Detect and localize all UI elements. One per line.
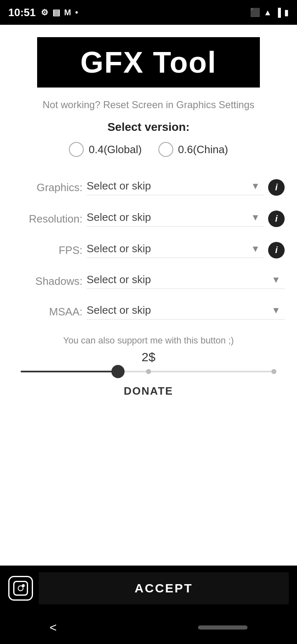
instagram-inner [13,581,28,596]
instagram-dot [22,584,25,587]
donate-section: You can also support me with this button… [12,335,285,410]
slider-track [21,371,276,372]
version-options: 0.4(Global) 0.6(China) [69,142,228,157]
radio-global[interactable]: 0.4(Global) [69,142,142,157]
instagram-icon[interactable] [8,576,33,601]
donate-button-container: DONATE [12,381,285,402]
settings-container: Graphics: Select or skip ▼ i Resolution:… [12,172,285,327]
radio-china-label: 0.6(China) [178,143,228,156]
fps-chevron-icon: ▼ [251,244,260,254]
bottom-bar: ACCEPT [0,566,297,611]
graphics-label: Graphics: [12,181,82,194]
status-bar: 10:51 ⚙ ▤ M • ⬛ ▲ ▐ ▮ [0,0,297,25]
msaa-label: MSAA: [12,305,82,318]
graphics-info-icon[interactable]: i [268,179,285,196]
resolution-info-icon[interactable]: i [268,211,285,227]
donate-button[interactable]: DONATE [116,381,182,402]
app-title: GFX Tool [54,45,243,79]
msaa-value: Select or skip [87,304,271,317]
message-icon: ▤ [52,7,60,17]
slider-tick-mid [146,369,151,374]
fps-row: FPS: Select or skip ▼ i [12,234,285,266]
radio-china[interactable]: 0.6(China) [158,142,228,157]
donate-subtitle: You can also support me with this button… [12,335,285,346]
msaa-chevron-icon: ▼ [271,305,280,316]
nav-bar: < [0,611,297,644]
gear-icon: ⚙ [41,7,48,17]
resolution-dropdown[interactable]: Select or skip ▼ [87,211,264,227]
dot-icon: • [75,8,78,17]
signal-icon: ▐ [275,8,281,17]
battery-icon: ▮ [284,7,289,17]
fps-label: FPS: [12,244,82,257]
radio-global-circle [69,142,84,157]
shadows-value: Select or skip [87,273,271,286]
fps-dropdown[interactable]: Select or skip ▼ [87,242,264,258]
resolution-chevron-icon: ▼ [251,212,260,223]
resolution-label: Resolution: [12,213,82,225]
radio-china-circle [158,142,173,157]
donate-amount: 2$ [12,350,285,364]
slider-tick-end [271,369,276,374]
back-button[interactable]: < [50,620,57,635]
resolution-row: Resolution: Select or skip ▼ i [12,203,285,234]
graphics-dropdown[interactable]: Select or skip ▼ [87,180,264,195]
nav-home-indicator[interactable] [198,625,248,630]
cast-icon: ⬛ [250,7,260,17]
graphics-value: Select or skip [87,180,251,192]
msaa-row: MSAA: Select or skip ▼ [12,296,285,327]
wifi-icon: ▲ [264,8,272,17]
fps-info-icon[interactable]: i [268,242,285,258]
shadows-row: Shadows: Select or skip ▼ [12,266,285,296]
slider-filled [21,371,118,372]
msaa-dropdown[interactable]: Select or skip ▼ [87,304,285,320]
version-label: Select version: [107,121,189,134]
graphics-chevron-icon: ▼ [251,181,260,192]
shadows-label: Shadows: [12,275,82,288]
fps-value: Select or skip [87,242,251,255]
shadows-dropdown[interactable]: Select or skip ▼ [87,273,285,289]
radio-global-label: 0.4(Global) [89,143,142,156]
main-content: GFX Tool Not working? Reset Screen in Gr… [0,25,297,566]
slider-container [12,371,285,372]
subtitle-text: Not working? Reset Screen in Graphics Se… [42,99,255,111]
accept-button[interactable]: ACCEPT [39,572,289,604]
status-time: 10:51 [8,6,36,19]
shadows-chevron-icon: ▼ [271,275,280,285]
logo-banner: GFX Tool [37,37,260,88]
resolution-value: Select or skip [87,211,251,224]
gmail-icon: M [64,8,71,17]
graphics-row: Graphics: Select or skip ▼ i [12,172,285,203]
slider-thumb [111,365,125,378]
